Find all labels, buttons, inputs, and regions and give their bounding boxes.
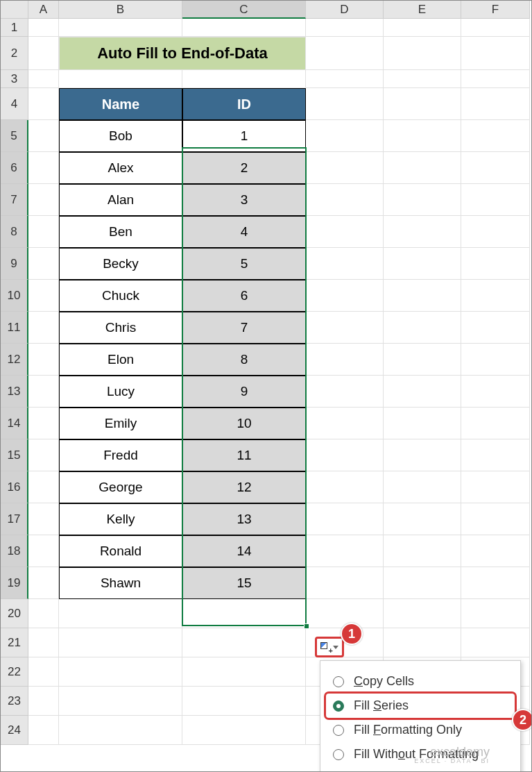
cell[interactable] (384, 19, 461, 37)
cell[interactable] (182, 628, 306, 657)
cell[interactable] (28, 248, 59, 280)
cell[interactable] (384, 567, 461, 599)
cell[interactable] (28, 535, 59, 567)
cell[interactable] (28, 19, 59, 37)
cell[interactable] (461, 152, 530, 184)
row-header-24[interactable]: 24 (1, 716, 28, 745)
cell[interactable] (28, 120, 59, 152)
cell[interactable] (306, 535, 384, 567)
cell[interactable] (28, 280, 59, 312)
cell[interactable] (461, 216, 530, 248)
cell[interactable] (28, 312, 59, 344)
cell[interactable] (306, 599, 384, 628)
cell[interactable] (384, 248, 461, 280)
row-header-23[interactable]: 23 (1, 687, 28, 716)
cell[interactable] (306, 567, 384, 599)
cell[interactable] (461, 88, 530, 120)
cell[interactable] (28, 567, 59, 599)
cell[interactable] (59, 599, 182, 628)
cell[interactable] (384, 280, 461, 312)
cell[interactable] (59, 657, 182, 687)
id-cell[interactable]: 14 (182, 535, 306, 567)
cell[interactable] (306, 471, 384, 503)
cell[interactable] (384, 216, 461, 248)
row-header-13[interactable]: 13 (1, 376, 28, 408)
id-cell[interactable]: 11 (182, 439, 306, 471)
cell[interactable] (182, 687, 306, 716)
cell[interactable] (306, 120, 384, 152)
menu-item-flash[interactable]: Flash Fill (326, 766, 515, 772)
row-header-15[interactable]: 15 (1, 439, 28, 471)
cell[interactable] (59, 628, 182, 657)
cell[interactable] (28, 439, 59, 471)
cell[interactable] (461, 312, 530, 344)
name-cell[interactable]: Bob (59, 120, 182, 152)
row-header-2[interactable]: 2 (1, 37, 28, 70)
name-cell[interactable]: Emily (59, 408, 182, 439)
cell[interactable] (306, 439, 384, 471)
name-cell[interactable]: Shawn (59, 567, 182, 599)
cell[interactable] (28, 687, 59, 716)
id-cell[interactable]: 15 (182, 567, 306, 599)
cell[interactable] (28, 599, 59, 628)
row-header-10[interactable]: 10 (1, 280, 28, 312)
name-cell[interactable]: Elon (59, 344, 182, 376)
cell[interactable] (384, 408, 461, 439)
name-cell[interactable]: Lucy (59, 376, 182, 408)
cell[interactable] (461, 37, 530, 70)
table-header-name[interactable]: Name (59, 88, 182, 120)
cell[interactable] (384, 184, 461, 216)
col-header-B[interactable]: B (59, 1, 182, 19)
row-header-9[interactable]: 9 (1, 248, 28, 280)
cell[interactable] (461, 70, 530, 88)
name-cell[interactable]: Kelly (59, 503, 182, 535)
row-header-16[interactable]: 16 (1, 471, 28, 503)
cell[interactable] (384, 471, 461, 503)
cell[interactable] (182, 716, 306, 745)
col-header-A[interactable]: A (28, 1, 59, 19)
cell[interactable] (306, 70, 384, 88)
menu-item-series[interactable]: Fill Series (326, 694, 515, 718)
row-header-20[interactable]: 20 (1, 599, 28, 628)
menu-item-fmt[interactable]: Fill Formatting Only (326, 718, 515, 742)
cell[interactable] (461, 439, 530, 471)
col-header-C[interactable]: C (182, 1, 306, 19)
table-header-id[interactable]: ID (182, 88, 306, 120)
cell[interactable] (306, 408, 384, 439)
id-cell[interactable]: 5 (182, 248, 306, 280)
row-header-8[interactable]: 8 (1, 216, 28, 248)
cell[interactable] (461, 248, 530, 280)
select-all-corner[interactable] (1, 1, 28, 19)
cell[interactable] (461, 535, 530, 567)
row-header-7[interactable]: 7 (1, 184, 28, 216)
cell[interactable] (306, 19, 384, 37)
cell[interactable] (461, 280, 530, 312)
cell[interactable] (306, 88, 384, 120)
id-cell[interactable]: 2 (182, 152, 306, 184)
cell[interactable] (28, 88, 59, 120)
cell[interactable] (28, 70, 59, 88)
name-cell[interactable]: Becky (59, 248, 182, 280)
cell[interactable] (384, 439, 461, 471)
name-cell[interactable]: Alan (59, 184, 182, 216)
cell[interactable] (306, 152, 384, 184)
name-cell[interactable]: George (59, 471, 182, 503)
col-header-D[interactable]: D (306, 1, 384, 19)
row-header-19[interactable]: 19 (1, 567, 28, 599)
cell[interactable] (461, 471, 530, 503)
cell[interactable] (28, 152, 59, 184)
cell[interactable] (461, 628, 530, 657)
cell[interactable] (306, 503, 384, 535)
cell[interactable] (384, 628, 461, 657)
row-header-14[interactable]: 14 (1, 408, 28, 439)
cell[interactable] (28, 344, 59, 376)
cell[interactable] (306, 216, 384, 248)
cell[interactable] (461, 408, 530, 439)
fill-handle[interactable] (304, 623, 309, 629)
cell[interactable] (306, 312, 384, 344)
cell[interactable] (384, 535, 461, 567)
cell[interactable] (28, 37, 59, 70)
name-cell[interactable]: Ben (59, 216, 182, 248)
id-cell[interactable]: 7 (182, 312, 306, 344)
id-cell[interactable]: 8 (182, 344, 306, 376)
